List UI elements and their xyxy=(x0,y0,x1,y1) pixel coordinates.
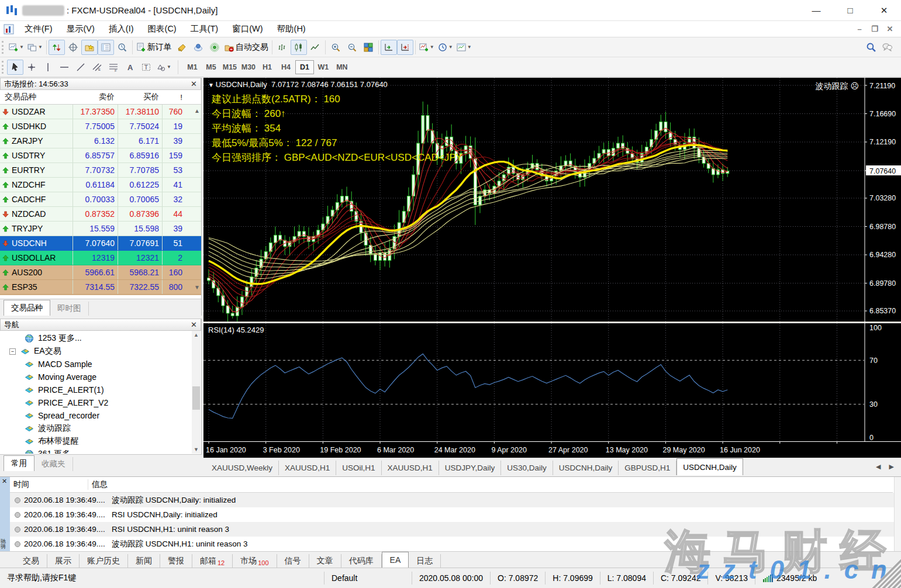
new-order-button[interactable]: 新订单 xyxy=(134,40,174,55)
hline-tool-button[interactable] xyxy=(56,60,73,75)
data-window-button[interactable] xyxy=(65,40,81,55)
menu-5[interactable]: 窗口(W) xyxy=(225,21,270,37)
navigator-close-icon[interactable]: ✕ xyxy=(191,320,197,329)
tree-collapse-icon[interactable]: − xyxy=(9,348,16,355)
auto-scroll-button[interactable] xyxy=(381,40,397,55)
terminal-tab-信号[interactable]: 信号 xyxy=(277,554,309,568)
market-watch-row-USDOLLAR[interactable]: USDOLLAR12319123212 xyxy=(0,251,201,265)
chart-tab-8[interactable]: USDCNH,Daily xyxy=(676,458,743,475)
terminal-tab-代码库[interactable]: 代码库 xyxy=(341,554,382,568)
menu-2[interactable]: 插入(I) xyxy=(102,21,141,37)
scroll-down-icon[interactable]: ▼ xyxy=(194,284,200,290)
market-watch-tab-1[interactable]: 即时图 xyxy=(50,302,89,316)
cursor-tool-button[interactable] xyxy=(7,60,23,75)
timeframe-W1[interactable]: W1 xyxy=(314,60,333,74)
navigator-scrollbar[interactable]: ▲▼ xyxy=(192,331,201,454)
chart-tab-0[interactable]: XAUUSD,Weekly xyxy=(206,461,279,475)
market-watch-row-USDHKD[interactable]: USDHKD7.750057.7502419 xyxy=(0,119,201,134)
market-watch-row-TRYJPY[interactable]: TRYJPY15.55915.59839 xyxy=(0,222,201,236)
market-watch-button[interactable] xyxy=(49,40,65,55)
terminal-tab-交易[interactable]: 交易 xyxy=(15,554,47,568)
bar-chart-button[interactable] xyxy=(274,40,291,55)
minimize-button[interactable]: — xyxy=(799,0,833,20)
profiles-button[interactable]: ▼ xyxy=(26,40,44,55)
navigator-item-2[interactable]: MACD Sample xyxy=(0,358,193,371)
market-watch-row-USDCNH[interactable]: USDCNH7.076407.0769151 xyxy=(0,236,201,251)
navigator-item-5[interactable]: PRICE_ALERT_V2 xyxy=(0,396,193,409)
periods-button[interactable]: ▼ xyxy=(436,40,455,55)
mw-col-3[interactable]: ! xyxy=(163,93,186,102)
toolbar-grip[interactable] xyxy=(2,61,5,74)
zoom-out-button[interactable] xyxy=(344,40,360,55)
navigator-item-0[interactable]: 1253 更多... xyxy=(0,332,193,345)
navigator-tab-0[interactable]: 常用 xyxy=(4,455,34,471)
market-watch-row-NZDCHF[interactable]: NZDCHF0.611840.6122541 xyxy=(0,178,201,192)
mw-col-1[interactable]: 卖价 xyxy=(73,92,118,102)
terminal-tab-文章[interactable]: 文章 xyxy=(309,554,341,568)
timeframe-H4[interactable]: H4 xyxy=(277,60,295,74)
tile-windows-button[interactable] xyxy=(360,40,377,55)
menu-1[interactable]: 显示(V) xyxy=(60,21,102,37)
community-button[interactable] xyxy=(190,40,206,55)
chart-tab-7[interactable]: GBPUSD,H1 xyxy=(619,461,676,475)
mw-col-2[interactable]: 买价 xyxy=(118,92,163,102)
search-button[interactable] xyxy=(862,40,879,55)
chart-tab-3[interactable]: XAUUSD,H1 xyxy=(382,461,439,475)
navigator-tab-1[interactable]: 收藏夹 xyxy=(34,457,73,471)
toolbar-grip[interactable] xyxy=(2,41,5,54)
navigator-item-1[interactable]: −EA交易 xyxy=(0,345,193,358)
timeframe-M30[interactable]: M30 xyxy=(239,60,258,74)
timeframe-H1[interactable]: H1 xyxy=(258,60,277,74)
navigator-button[interactable] xyxy=(98,40,114,55)
navigator-item-7[interactable]: 波动跟踪 xyxy=(0,422,193,435)
terminal-close-icon[interactable]: ✕ xyxy=(2,478,7,485)
mw-col-0[interactable]: 交易品种 xyxy=(0,92,73,102)
tabs-scroll-right-icon[interactable]: ▶ xyxy=(889,463,894,471)
navigator-item-8[interactable]: 布林带提醒 xyxy=(0,435,193,448)
vline-tool-button[interactable] xyxy=(40,60,56,75)
scroll-up-icon[interactable]: ▲ xyxy=(194,108,200,114)
market-watch-row-EURTRY[interactable]: EURTRY7.707327.7078553 xyxy=(0,163,201,178)
menu-0[interactable]: 文件(F) xyxy=(18,21,60,37)
navigator-item-9[interactable]: 361 更多 xyxy=(0,448,193,454)
terminal-tab-新闻[interactable]: 新闻 xyxy=(128,554,160,568)
tabs-scroll-left-icon[interactable]: ◀ xyxy=(876,463,881,471)
close-button[interactable]: ✕ xyxy=(867,0,901,20)
templates-button[interactable]: ▼ xyxy=(455,40,474,55)
timeframe-M1[interactable]: M1 xyxy=(183,60,202,74)
chart-tab-6[interactable]: USDCNH,Daily xyxy=(553,461,619,475)
menu-4[interactable]: 工具(T) xyxy=(184,21,226,37)
terminal-tab-日志[interactable]: 日志 xyxy=(409,554,441,568)
menu-6[interactable]: 帮助(H) xyxy=(270,21,313,37)
mql5-button[interactable] xyxy=(206,40,223,55)
timeframe-MN[interactable]: MN xyxy=(333,60,351,74)
indicators-button[interactable]: ▼ xyxy=(417,40,436,55)
market-watch-row-ESP35[interactable]: ESP357314.557322.55800 xyxy=(0,280,201,295)
line-chart-button[interactable] xyxy=(307,40,323,55)
chart-tab-4[interactable]: USDJPY,Daily xyxy=(439,461,501,475)
terminal-col-message[interactable]: 信息 xyxy=(88,479,108,490)
terminal-tab-账户历史[interactable]: 账户历史 xyxy=(80,554,128,568)
timeframe-M15[interactable]: M15 xyxy=(220,60,239,74)
alert-button[interactable] xyxy=(174,40,190,55)
chart-tab-5[interactable]: US30,Daily xyxy=(501,461,553,475)
text-tool-button[interactable]: A xyxy=(122,60,138,75)
child-close-button[interactable]: ✕ xyxy=(882,25,897,33)
strategy-tester-button[interactable] xyxy=(114,40,130,55)
navigator-item-6[interactable]: Spread_recorder xyxy=(0,409,193,422)
menu-3[interactable]: 图表(C) xyxy=(141,21,184,37)
chart-window[interactable]: 7.211907.166907.121907.076407.032806.987… xyxy=(203,78,901,458)
market-watch-row-ZARJPY[interactable]: ZARJPY6.1326.17139 xyxy=(0,134,201,148)
timeframe-D1[interactable]: D1 xyxy=(295,60,314,74)
chat-button[interactable] xyxy=(879,40,895,55)
trendline-tool-button[interactable] xyxy=(73,60,89,75)
autotrade-button[interactable]: 自动交易 xyxy=(223,40,270,55)
timeframe-M5[interactable]: M5 xyxy=(202,60,220,74)
market-watch-row-CADCHF[interactable]: CADCHF0.700330.7006532 xyxy=(0,192,201,207)
terminal-tab-警报[interactable]: 警报 xyxy=(160,554,192,568)
market-watch-row-NZDCAD[interactable]: NZDCAD0.873520.8739644 xyxy=(0,207,201,222)
candle-chart-button[interactable] xyxy=(291,40,307,55)
navigator-item-3[interactable]: Moving Average xyxy=(0,371,193,383)
child-minimize-button[interactable]: – xyxy=(852,25,867,33)
market-watch-close-icon[interactable]: ✕ xyxy=(191,79,197,88)
